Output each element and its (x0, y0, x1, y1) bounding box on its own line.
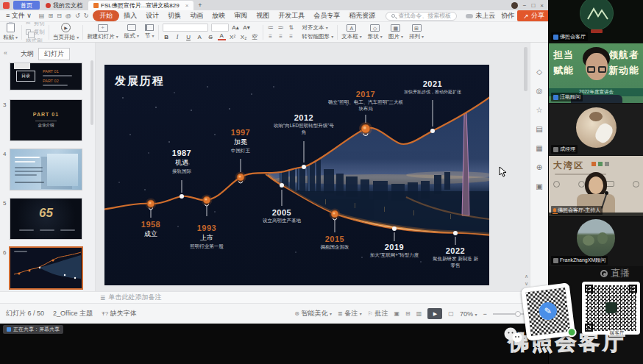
find-replace-icon[interactable]: @ (65, 13, 71, 19)
zoom-slider-knob[interactable] (515, 311, 521, 317)
font-name-input[interactable] (163, 24, 208, 32)
reading-panel-icon[interactable]: ▣ (536, 182, 542, 190)
cut-button[interactable]: ✂剪切 (26, 22, 45, 27)
layout-panel-icon[interactable]: ▤ (536, 125, 542, 133)
effects-panel-icon[interactable]: ☆ (536, 106, 543, 114)
tab-document-2[interactable]: 我的云文档 (40, 1, 88, 10)
share-button[interactable]: ↗ 分享 (517, 10, 548, 21)
current-slide[interactable]: 发展历程 1958 成立 1987 机遇 接轨国际 1993 上市 照明行业第一… (104, 65, 489, 285)
smart-graphic-button[interactable]: 转智能图形 ▾ (302, 33, 334, 40)
menu-tab-animation[interactable]: 动画 (185, 10, 207, 21)
slide-thumbnail-5[interactable]: 65 (10, 199, 82, 239)
tab-home[interactable]: 首页 (13, 1, 40, 10)
tab-document-active[interactable]: FSL佛照宣传片...宣讲文稿829 × (88, 1, 193, 10)
file-menu[interactable]: ≡ 文件 ∨ (6, 11, 32, 21)
decrease-font-icon[interactable]: A▾ (243, 24, 251, 31)
menu-tab-transition[interactable]: 切换 (163, 10, 185, 21)
shadow-button[interactable]: A (196, 34, 204, 40)
redo-icon[interactable]: ↻ (84, 13, 89, 19)
cloud-status[interactable]: 未上云 (466, 11, 495, 21)
layout-button[interactable]: 版式 ▾ (124, 24, 139, 40)
section-button[interactable]: 节 ▾ (145, 24, 154, 40)
menu-tab-design[interactable]: 设计 (141, 10, 163, 21)
previous-slide-icon[interactable]: ∧ (525, 274, 528, 279)
maximize-button[interactable]: □ (531, 2, 535, 9)
slide-thumbnail-6-current[interactable] (10, 248, 82, 288)
paste-button[interactable]: 粘贴 ▾ (3, 23, 18, 41)
subscript-button[interactable]: X₂ (240, 34, 248, 40)
theme-name[interactable]: 2_Office 主题 (53, 309, 93, 318)
new-slide-button[interactable]: + 新建幻灯片 ▾ (87, 24, 118, 40)
thumbnails-scrollbar[interactable] (90, 60, 93, 125)
object-panel-icon[interactable]: ◎ (536, 87, 543, 95)
collapse-panel-icon[interactable]: « (4, 49, 7, 57)
menu-tab-devtools[interactable]: 开发工具 (274, 10, 309, 21)
menu-tab-view[interactable]: 视图 (252, 10, 274, 21)
video-tile-participant-4[interactable]: FrankZhangXM顾问 (549, 217, 643, 266)
comments-toggle[interactable]: ⚐ 批注 (368, 309, 388, 318)
char-spacing-button[interactable]: 空 (251, 33, 259, 41)
slide-thumbnail-2[interactable]: 目录 PART 01 PART 02 (10, 63, 82, 90)
play-from-current-button[interactable]: ▶ 当页开始 ▾ (53, 23, 79, 41)
slide-thumbnail-4[interactable] (10, 149, 82, 190)
notes-toggle[interactable]: ≣ 备注 ▾ (338, 309, 362, 318)
bullets-icon[interactable]: ≔ (267, 24, 274, 31)
sharing-status-pill[interactable]: 正在共享：屏幕共享 (3, 325, 63, 334)
save-icon[interactable]: ▤ (39, 13, 45, 19)
editing-canvas[interactable]: 发展历程 1958 成立 1987 机遇 接轨国际 1993 上市 照明行业第一… (96, 43, 530, 291)
fit-zoom-icon[interactable]: ▢ (448, 310, 454, 317)
next-slide-icon[interactable]: ∨ (525, 281, 528, 287)
line-spacing-icon[interactable]: ⇅ (288, 24, 295, 31)
undo-icon[interactable]: ↺ (75, 13, 80, 19)
tab-slides[interactable]: 幻灯片 (38, 48, 70, 60)
underline-button[interactable]: U (185, 34, 193, 40)
video-tile-speaker[interactable]: 担当 领航者 赋能 新动能 2022年度宣讲会 汪艳顾问 (549, 43, 643, 103)
italic-button[interactable]: I (174, 34, 182, 40)
output-icon[interactable]: ⊞ (48, 13, 53, 19)
notes-bar[interactable]: ≣ 单击此处添加备注 (0, 291, 548, 303)
menu-tab-slideshow[interactable]: 放映 (207, 10, 230, 21)
collaborate-button[interactable]: 协作 (501, 11, 514, 21)
menu-tab-vip[interactable]: 会员专享 (309, 10, 344, 21)
reading-view-icon[interactable]: ▥ (416, 310, 422, 317)
slideshow-play-button[interactable]: ▶ (427, 308, 442, 319)
normal-view-icon[interactable]: ▣ (394, 310, 400, 317)
zoom-level[interactable]: 70% ▾ (460, 310, 477, 318)
align-left-icon[interactable]: ≡ (267, 33, 274, 40)
menu-tab-insert[interactable]: 插入 (119, 10, 141, 21)
align-center-icon[interactable]: ≡ (277, 33, 285, 40)
close-tab-icon[interactable]: × (185, 2, 189, 9)
canvas-scrollbar[interactable] (524, 47, 527, 91)
video-tile-participant-2[interactable]: 成经理 (549, 104, 643, 155)
minimize-button[interactable]: − (523, 2, 527, 9)
picture-button[interactable]: ▦ 图片 ▾ (388, 24, 403, 40)
tab-outline[interactable]: 大纲 (21, 49, 34, 59)
increase-font-icon[interactable]: A▴ (232, 24, 240, 31)
font-color-button[interactable]: A (218, 33, 226, 40)
menu-tab-docer[interactable]: 稻壳资源 (344, 10, 380, 21)
copy-button[interactable]: 复制 (26, 29, 45, 36)
font-size-input[interactable] (211, 24, 229, 32)
slide-thumbnail-3[interactable]: PART 01 企业介绍 (10, 100, 82, 140)
shape-button[interactable]: ◇ 形状 ▾ (368, 24, 383, 40)
video-tile-host[interactable]: 大湾区 佛照会客厅-主持人 (549, 156, 643, 216)
align-text-button[interactable]: 对齐文本 ▾ (302, 24, 328, 32)
video-tile-room-logo[interactable]: 佛照会客厅 (549, 0, 643, 43)
menu-tab-home[interactable]: 开始 (93, 10, 119, 21)
menu-tab-review[interactable]: 审阅 (230, 10, 252, 21)
print-icon[interactable]: ⊟ (57, 13, 62, 19)
settings-panel-icon[interactable]: ⊕ (536, 163, 542, 171)
sorter-view-icon[interactable]: ⊞ (405, 310, 411, 317)
numbering-icon[interactable]: ≕ (277, 24, 285, 31)
beautify-button[interactable]: ⊛ 智能美化 ▾ (294, 309, 332, 318)
strikethrough-button[interactable]: S (207, 34, 215, 40)
new-tab-button[interactable]: + (198, 1, 202, 9)
zoom-out-button[interactable]: − (483, 310, 486, 318)
close-button[interactable]: × (540, 2, 544, 9)
animation-panel-icon[interactable]: ▦ (536, 144, 542, 152)
align-right-icon[interactable]: ≡ (288, 33, 295, 40)
missing-font-warning[interactable]: Ŧ? 缺失字体 (102, 309, 137, 318)
textbox-button[interactable]: A 文本框 ▾ (341, 24, 362, 40)
style-panel-icon[interactable]: ◇ (536, 68, 542, 76)
command-search[interactable]: 查找命令、搜索模板 (386, 12, 457, 21)
